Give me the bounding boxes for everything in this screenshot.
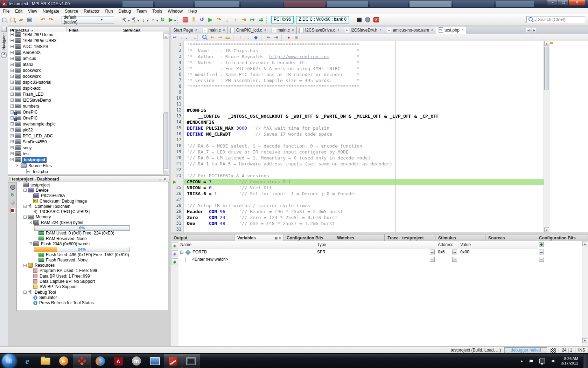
menu-edit[interactable]: Edit (12, 8, 25, 14)
back-dropdown-icon[interactable]: ▾ (186, 37, 187, 40)
watch-name[interactable]: <Enter new watch> (178, 256, 317, 263)
bottom-tab-output[interactable]: Output (171, 234, 234, 241)
scroll-up-icon[interactable]: ▲ (163, 34, 168, 39)
projects-scrollbar[interactable]: ▲ ▼ (163, 34, 169, 173)
forward-icon[interactable]: → (187, 34, 195, 41)
code-line[interactable]: 11 (171, 101, 588, 107)
taskbar-folder-icon[interactable] (36, 354, 55, 368)
tray-expand-icon[interactable]: ▲ (520, 359, 523, 363)
close-tab-icon[interactable]: × (279, 236, 281, 240)
set-pc-icon[interactable]: ↦ (248, 15, 257, 24)
tree-item-onepic[interactable]: +OnePIC (8, 109, 163, 115)
taskbar-firefox-icon[interactable] (91, 354, 109, 368)
start-button[interactable] (2, 354, 16, 368)
tree-item-onepic[interactable]: +OnePIC (8, 115, 163, 121)
tree-item-rtc-led-adc[interactable]: +RTC_LED_ADC (8, 133, 163, 139)
step-out-icon[interactable]: ↑ (231, 15, 240, 24)
column-header-value[interactable]: Value (458, 241, 538, 248)
expander-icon[interactable]: - (23, 189, 27, 192)
background-window-tab[interactable] (195, 1, 239, 7)
back-icon[interactable]: ← (178, 34, 186, 41)
code-line[interactable]: 29Header CON 96 '// Header = (96 * 25uS)… (171, 209, 588, 214)
tree-item-flash-led[interactable]: +Flash_LED (8, 91, 163, 97)
menu-refactor[interactable]: Refactor (81, 8, 102, 14)
close-panel-icon[interactable]: × (162, 177, 167, 181)
background-window-tab[interactable] (370, 1, 408, 7)
expander-icon[interactable]: + (10, 128, 14, 131)
tree-item-adc-1msps[interactable]: +ADC_1MSPS (8, 43, 163, 49)
code-line[interactable]: 18'// RA.6 = MODE select. 1 = decode fun… (171, 143, 588, 149)
expander-icon[interactable]: - (23, 264, 27, 267)
tree-item-bookwork[interactable]: +bookwork (8, 73, 163, 79)
background-window-tab[interactable] (155, 1, 193, 7)
code-line[interactable]: 15DEFINE PULSIN_MAX 3000 '// MAX wait ti… (171, 125, 588, 131)
code-line[interactable]: 27 (171, 197, 588, 203)
expander-icon[interactable]: - (16, 164, 19, 167)
expander-icon[interactable]: + (10, 98, 14, 102)
expander-icon[interactable]: + (180, 251, 183, 254)
code-line[interactable]: 28'// Setup IR bit widths / carrier cycl… (171, 203, 588, 209)
tree-item-aerobotx[interactable]: +AeroBotX (8, 49, 163, 55)
expander-icon[interactable]: - (23, 216, 27, 219)
value-ellipsis-button[interactable]: ... (452, 257, 457, 262)
bottom-tab-configuration-bits[interactable]: Configuration Bits (536, 234, 588, 241)
new-project-icon[interactable]: ▢+ (8, 15, 17, 24)
diamond-icon-icon[interactable]: ◆ (171, 258, 178, 265)
code-line[interactable]: ▶CMCON = 7 '// Comparators Off (171, 179, 588, 185)
code-line[interactable]: 12#CONFIG (171, 107, 588, 113)
editor-tab-onepic-lcd-c[interactable]: cOnePIC_lcd.c× (228, 27, 269, 34)
tree-item-dspic33-tutorial[interactable]: +dspic33-tutorial (8, 79, 163, 85)
row-ellipsis-button[interactable]: ... (539, 250, 544, 254)
scroll-up-icon[interactable]: ▲ (544, 41, 549, 46)
read-device-icon[interactable]: ↑ (149, 15, 157, 24)
close-tab-icon[interactable]: × (337, 28, 340, 32)
menu-file[interactable]: File (0, 8, 12, 14)
step-over-icon[interactable]: ↷ (215, 15, 223, 24)
editor-tab-i2cslavedrive-c[interactable]: cI2CSlaveDrive.c× (297, 27, 342, 34)
add-watch-icon-icon[interactable]: ◈ (171, 242, 178, 249)
code-line[interactable]: 21'// RA.1 to RA.5 = Hardware address in… (171, 161, 588, 167)
minimize-panel-icon[interactable]: ▫ (158, 177, 162, 181)
code-line[interactable]: 16DEFINE NO_CLRWDT '// Saves 17 words co… (171, 131, 588, 137)
code-line[interactable]: 3'* Author : Bruce Reynolds http://www.r… (171, 54, 588, 60)
prev-occurrence-icon[interactable]: ⇐ (209, 34, 216, 41)
menu-view[interactable]: View (25, 8, 40, 14)
clear-x-icon[interactable]: × (372, 15, 380, 24)
run-to-cursor-icon[interactable]: ⇥ (240, 15, 248, 24)
continue-icon[interactable]: ▶ (206, 15, 215, 24)
expander-icon[interactable]: + (10, 75, 14, 78)
project-properties-icon-icon[interactable] (9, 184, 16, 190)
tree-item-dspic-adc[interactable]: +dspic-adc (8, 85, 163, 91)
expander-icon[interactable]: + (10, 140, 14, 143)
tree-item-pic32[interactable]: +pic32 (8, 127, 163, 133)
taskbar-window-icon[interactable] (146, 354, 164, 368)
action-center-icon[interactable] (530, 360, 533, 362)
expander-icon[interactable]: - (29, 242, 32, 245)
close-tab-icon[interactable]: × (264, 28, 266, 32)
background-window-tab[interactable] (453, 1, 494, 7)
taskbar-wmp-icon[interactable]: ▶ (55, 354, 73, 368)
forward-dropdown-icon[interactable]: ▾ (194, 37, 196, 40)
background-window-tab[interactable] (241, 1, 283, 7)
close-tab-icon[interactable]: × (195, 28, 197, 32)
undo-icon[interactable]: ↶ (38, 15, 47, 24)
expander-icon[interactable]: + (10, 81, 14, 84)
background-window-tab[interactable] (327, 1, 368, 7)
expander-icon[interactable]: + (10, 33, 14, 36)
volume-icon[interactable] (552, 360, 554, 363)
minimize-button[interactable]: – (547, 0, 558, 6)
taskbar-pickit-icon[interactable] (164, 354, 182, 368)
code-line[interactable]: 25VRCON = 0 '// Vref Off (171, 185, 588, 191)
pdf-report-icon-icon[interactable] (9, 207, 16, 213)
code-editor[interactable]: 1'**************************************… (171, 41, 588, 232)
step-into-icon[interactable]: ↓ (223, 15, 231, 24)
code-line[interactable]: 17 (171, 137, 588, 143)
editor-tab-start-page[interactable]: Start Page× (171, 27, 200, 34)
bottom-tab-stimulus[interactable]: Stimulus (435, 234, 485, 241)
bottom-tab-variables[interactable]: Variables▤× (234, 234, 284, 241)
expander-icon[interactable]: + (10, 45, 14, 48)
code-line[interactable]: 9 (171, 89, 588, 95)
code-line[interactable]: 2'* Name : IR-Chips.bas * (171, 48, 588, 54)
redo-icon[interactable]: ↷ (47, 15, 55, 24)
close-tab-icon[interactable]: × (292, 28, 294, 32)
